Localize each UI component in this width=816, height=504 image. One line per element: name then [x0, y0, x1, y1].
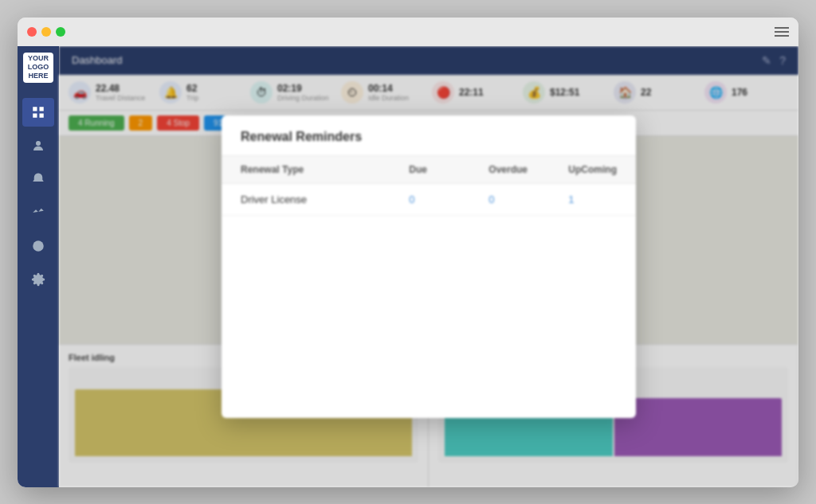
sidebar-item-person[interactable] [22, 131, 54, 160]
sidebar-item-chart[interactable] [22, 198, 54, 227]
sidebar-item-alerts[interactable] [22, 165, 54, 193]
svg-rect-0 [33, 107, 37, 111]
hamburger-icon[interactable] [775, 27, 789, 37]
main-content: Dashboard ✎ ? 🚗 22.48 Travel Distance 🔔 [59, 46, 798, 487]
cell-overdue[interactable]: 0 [469, 183, 549, 215]
svg-rect-1 [40, 107, 44, 111]
svg-point-4 [36, 141, 41, 146]
sidebar-item-settings[interactable] [22, 265, 54, 294]
renewal-table: Renewal Type Due Overdue UpComing Driver… [222, 156, 636, 216]
modal-body: Renewal Type Due Overdue UpComing Driver… [222, 156, 636, 359]
traffic-lights [27, 27, 65, 37]
modal-header: Renewal Reminders [222, 115, 636, 156]
sidebar-item-clock[interactable] [22, 232, 54, 260]
title-bar [18, 18, 798, 46]
table-row: Driver License 0 0 1 [222, 183, 636, 215]
renewal-reminders-modal: Renewal Reminders Renewal Type Due Overd… [222, 115, 636, 418]
logo: YOUR LOGO HERE [23, 53, 53, 83]
svg-rect-2 [33, 113, 37, 117]
cell-upcoming[interactable]: 1 [549, 183, 636, 215]
table-body: Driver License 0 0 1 [222, 183, 636, 215]
col-due: Due [390, 156, 469, 184]
col-renewal-type: Renewal Type [222, 156, 390, 184]
col-overdue: Overdue [469, 156, 549, 184]
cell-renewal-type: Driver License [222, 183, 390, 215]
svg-rect-3 [40, 113, 44, 117]
close-button[interactable] [27, 27, 37, 37]
modal-title: Renewal Reminders [241, 130, 617, 144]
modal-overlay: Renewal Reminders Renewal Type Due Overd… [59, 46, 798, 487]
modal-empty-space [222, 216, 636, 359]
sidebar-item-dashboard[interactable] [22, 98, 54, 127]
sidebar: YOUR LOGO HERE [18, 46, 59, 487]
app-container: YOUR LOGO HERE Da [18, 46, 798, 487]
maximize-button[interactable] [56, 27, 65, 37]
col-upcoming: UpComing [549, 156, 636, 184]
table-header: Renewal Type Due Overdue UpComing [222, 156, 636, 184]
app-window: YOUR LOGO HERE Da [18, 18, 798, 487]
minimize-button[interactable] [41, 27, 51, 37]
cell-due[interactable]: 0 [390, 183, 469, 215]
